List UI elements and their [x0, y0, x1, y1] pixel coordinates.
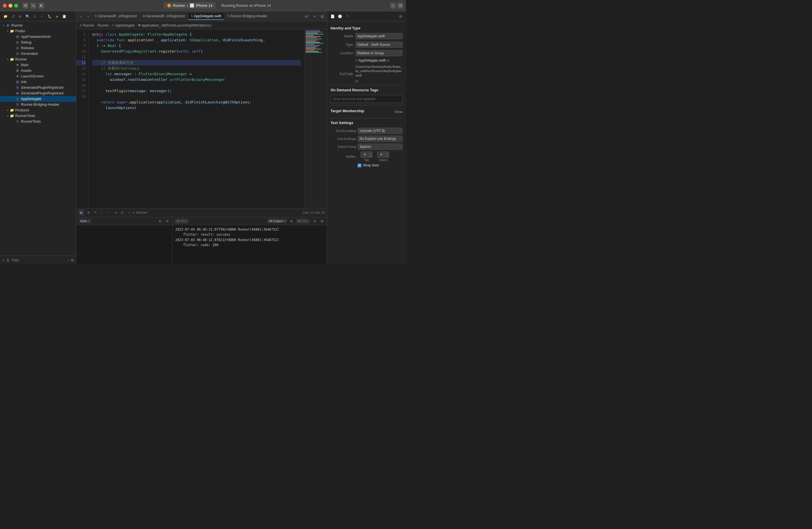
zoom-button[interactable]: [14, 4, 18, 8]
add-tab-button[interactable]: +: [390, 3, 396, 9]
nav-back-btn[interactable]: ‹: [77, 13, 84, 20]
clear-console-btn[interactable]: ⊗: [289, 218, 294, 224]
inspector-layout-btn[interactable]: ⊞: [397, 13, 404, 19]
sidebar-item-release[interactable]: ▸ ⊙ Release: [0, 45, 76, 51]
quick-help-btn[interactable]: ?: [344, 13, 350, 19]
breakpoint-navigator-btn[interactable]: ◈: [54, 13, 60, 19]
console-layout-btn1[interactable]: ⊟: [311, 218, 317, 224]
stop-button[interactable]: ■: [30, 3, 36, 9]
file-navigator-btn[interactable]: 📁: [2, 13, 9, 19]
breadcrumb-runner1[interactable]: Runner: [83, 24, 94, 27]
file-inspector-btn[interactable]: 📄: [329, 13, 336, 19]
show-inspector-btn[interactable]: ⊞: [319, 13, 326, 20]
breadcrumb-runner2[interactable]: Runner: [98, 24, 108, 27]
auto-select-wrap[interactable]: Auto ▾: [78, 219, 91, 223]
sidebar-extra-btn1[interactable]: ↕: [68, 258, 69, 262]
sidebar-item-runner-bridging[interactable]: ▸ h Runner-Bridging-Header: [0, 102, 76, 107]
step-over-btn[interactable]: ↷: [92, 210, 98, 215]
output-filter-wrap[interactable]: ⊛ Filter: [296, 219, 310, 223]
report-navigator-btn[interactable]: 📋: [61, 13, 67, 19]
console-filter-wrap[interactable]: ⊛ Filter: [175, 219, 189, 223]
tab-generated-h[interactable]: h GeneratedP...inRegistrant: [92, 13, 140, 20]
sidebar-item-runner-folder[interactable]: ▾ 📁 Runner: [0, 57, 76, 62]
sidebar-extra-btn2[interactable]: ⊞: [71, 258, 74, 262]
encoding-select[interactable]: Unicode (UTF-8): [358, 128, 403, 134]
wrap-lines-checkbox[interactable]: ✓: [358, 164, 361, 167]
nav-forward-btn[interactable]: ›: [85, 13, 91, 20]
source-control-btn[interactable]: ⎇: [10, 13, 16, 19]
sidebar-item-generated[interactable]: ▸ ⊙ Generated: [0, 51, 76, 57]
test-navigator-btn[interactable]: ✓: [39, 13, 45, 19]
indent-width-stepper[interactable]: 4 ▲ ▼: [377, 151, 389, 158]
sidebar-item-debug[interactable]: ▸ ⊙ Debug: [0, 40, 76, 45]
fullpath-reveal-btn[interactable]: ⊟: [356, 79, 358, 83]
editor-options-btn[interactable]: ≡: [311, 13, 318, 20]
tab-width-stepper-btns[interactable]: ▲ ▼: [369, 152, 372, 157]
file-ref-reveal-btn[interactable]: ⊟: [387, 59, 389, 62]
symbol-navigator-btn[interactable]: ⊛: [17, 13, 23, 19]
sidebar-item-products[interactable]: ▸ 📁 Products: [0, 107, 76, 113]
editor-layout-button[interactable]: ⊡: [397, 3, 403, 9]
indent-select[interactable]: Spaces: [358, 144, 403, 150]
sidebar-item-appframeworkinfo[interactable]: ▸ ⊟ AppFrameworkInfo: [0, 34, 76, 40]
launchscreen-label: LaunchScreen: [21, 74, 44, 78]
type-select[interactable]: Default - Swift Source: [356, 42, 403, 48]
sidebar-item-runnertests-folder[interactable]: ▾ 📁 RunnerTests: [0, 113, 76, 119]
line-endings-select[interactable]: No Explicit Line Endings: [358, 136, 403, 142]
sidebar-item-flutter[interactable]: ▾ 📁 Flutter: [0, 28, 76, 34]
code-content[interactable]: @objc class AppDelegate: FlutterAppDeleg…: [89, 29, 304, 208]
simulate-location-btn[interactable]: ⌂: [126, 210, 132, 215]
sidebar-item-info[interactable]: ▸ ⊟ Info: [0, 79, 76, 85]
indent-select-wrap: Spaces: [358, 144, 403, 150]
add-group-icon[interactable]: +: [2, 258, 4, 262]
tab-bridging-header[interactable]: h Runner-Bridging-Header: [224, 13, 270, 20]
project-scheme-tab[interactable]: 🔶 Runner › ⬜ iPhone 14: [163, 2, 216, 9]
history-inspector-btn[interactable]: 🕐: [337, 13, 343, 19]
tab-width-down[interactable]: ▼: [369, 155, 372, 157]
name-input[interactable]: [356, 33, 403, 39]
indent-width-down[interactable]: ▼: [386, 155, 389, 157]
sidebar-item-generated-plugin-h[interactable]: ▸ h GeneratedPluginRegistrant: [0, 85, 76, 90]
split-editor-btn[interactable]: ⇄: [303, 13, 310, 20]
minimize-button[interactable]: [9, 4, 12, 8]
sidebar-item-runnertests[interactable]: ▸ S RunnerTests: [0, 119, 76, 124]
indent-width-col: 4 ▲ ▼ Indent: [377, 151, 389, 162]
output-select-wrap[interactable]: All Output ▾: [267, 219, 287, 223]
step-out-btn[interactable]: ↑: [106, 210, 112, 215]
tab-appdelegate[interactable]: S AppDelegate.swift: [188, 13, 224, 20]
step-into-btn[interactable]: ↓: [99, 210, 105, 215]
continue-btn[interactable]: ⇥: [113, 210, 118, 215]
fullpath-label: Full Path: [331, 72, 353, 76]
debug-expand-btn[interactable]: ⊕: [157, 218, 162, 224]
tab-width-up[interactable]: ▲: [369, 152, 372, 155]
breadcrumb-appdelegate[interactable]: AppDelegate: [115, 24, 134, 27]
tab-generated-m[interactable]: m GeneratedP...inRegistrant: [140, 13, 188, 20]
find-btn[interactable]: 🔍: [24, 13, 30, 19]
console-active-btn[interactable]: ▶: [78, 210, 84, 215]
location-label: Location: [331, 51, 353, 55]
debug-memory-btn[interactable]: ⊙: [119, 210, 125, 215]
indent-width-stepper-btns[interactable]: ▲ ▼: [386, 152, 389, 157]
debug-navigator-btn[interactable]: 🐛: [46, 13, 53, 19]
title-bar-center: 🔶 Runner › ⬜ iPhone 14 Running Runner on…: [46, 2, 388, 9]
sidebar-item-main[interactable]: ▸ ✕ Main: [0, 62, 76, 68]
show-link[interactable]: Show: [394, 110, 403, 114]
sidebar-item-root-runner[interactable]: ▾ ⊞ Runner: [0, 23, 76, 28]
runnertests-icon: S: [15, 119, 20, 124]
code-scroll-area[interactable]: 5 6 9 10 11 12 13 14 15 16 17 18: [76, 29, 327, 208]
sidebar-item-appdelegate[interactable]: ▸ S AppDelegate: [0, 96, 76, 102]
sidebar-toggle-icon[interactable]: ⊞: [23, 3, 28, 9]
console-pause-btn[interactable]: ⏸: [85, 210, 91, 215]
issue-navigator-btn[interactable]: ⚠: [32, 13, 38, 19]
run-button[interactable]: ▶: [39, 3, 44, 9]
location-select[interactable]: Relative to Group: [356, 50, 403, 56]
console-layout-btn2[interactable]: ⊞: [319, 218, 324, 224]
tab-width-stepper[interactable]: 4 ▲ ▼: [361, 151, 373, 158]
sidebar-item-generated-plugin-m[interactable]: ▸ m GeneratedPluginRegistrant: [0, 90, 76, 96]
sidebar-item-launchscreen[interactable]: ▸ ✕ LaunchScreen: [0, 73, 76, 79]
debug-collapse-btn[interactable]: ⊖: [164, 218, 170, 224]
close-button[interactable]: [3, 4, 7, 8]
breadcrumb-method[interactable]: application(_:didFinishLaunchingWithOpti…: [142, 24, 212, 27]
sidebar-item-assets[interactable]: ▸ ⊞ Assets: [0, 68, 76, 73]
indent-width-up[interactable]: ▲: [386, 152, 389, 155]
